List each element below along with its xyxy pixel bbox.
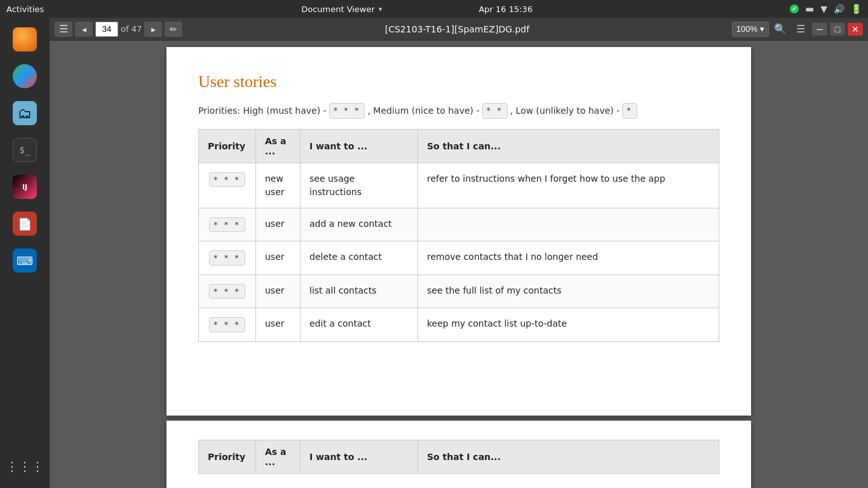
priority-badge: * * *	[209, 250, 245, 266]
window-titlebar: ☰ ◂ of 47 ▸ ✏ [CS2103-T16-1][SpamEZ]DG.p…	[50, 18, 868, 41]
low-priority-badge: *	[622, 103, 637, 119]
titlebar-center: [CS2103-T16-1][SpamEZ]DG.pdf	[186, 24, 728, 34]
col2-i-want: I want to ...	[301, 440, 418, 474]
taskbar-right: ✔ ▬ ▼ 🔊 🔋	[790, 3, 862, 15]
pdf-scroll-area[interactable]: User stories Priorities: High (must have…	[50, 41, 868, 488]
so-that-cell: refer to instructions when I forget how …	[418, 163, 719, 208]
taskbar-center: Document Viewer ▾ Apr 16 15:36	[301, 4, 532, 14]
sidebar-item-grid[interactable]: ⋮⋮⋮	[8, 450, 41, 483]
minimize-button[interactable]: ─	[812, 23, 827, 36]
edit-page-button[interactable]: ✏	[165, 22, 182, 37]
document-title: [CS2103-T16-1][SpamEZ]DG.pdf	[385, 24, 529, 34]
sidebar-item-chrome[interactable]	[8, 60, 41, 93]
priorities-description: Priorities: High (must have) - * * * , M…	[198, 103, 719, 119]
so-that-cell: keep my contact list up-to-date	[418, 308, 719, 342]
col2-as-a: As a ...	[256, 440, 301, 474]
priority-badge: * * *	[209, 217, 245, 233]
priority-badge: * * *	[209, 284, 245, 299]
vscode-icon: ⌨	[13, 248, 37, 273]
i-want-cell: delete a contact	[301, 241, 418, 275]
user-stories-table-2: Priority As a ... I want to ... So that …	[198, 440, 719, 474]
so-that-cell: see the full list of my contacts	[418, 274, 719, 308]
col-i-want: I want to ...	[301, 129, 418, 163]
taskbar-left: Activities	[6, 4, 44, 14]
sidebar-item-firefox[interactable]	[8, 23, 41, 56]
as-a-cell: user	[256, 241, 301, 275]
col-so-that: So that I can...	[418, 129, 719, 163]
zoom-level-button[interactable]: 100% ▾	[732, 22, 769, 37]
pdf-page-2: Priority As a ... I want to ... So that …	[166, 421, 751, 488]
col-priority: Priority	[199, 129, 256, 163]
sidebar-item-intellij[interactable]: IJ	[8, 170, 41, 203]
terminal-icon: $_	[13, 138, 37, 162]
sidebar-item-files[interactable]: 🗂	[8, 97, 41, 130]
as-a-cell: user	[256, 208, 301, 241]
table-row: * * *useradd a new contact	[199, 208, 719, 241]
as-a-cell: user	[256, 308, 301, 342]
battery-icon: 🔋	[851, 4, 862, 14]
sound-icon: 🔊	[834, 4, 844, 14]
medium-intro-text: , Medium (nice to have) -	[367, 104, 479, 118]
so-that-cell: remove contacts that I no longer need	[418, 241, 719, 275]
table-header-row: Priority As a ... I want to ... So that …	[199, 129, 719, 163]
user-stories-table: Priority As a ... I want to ... So that …	[198, 129, 719, 342]
zoom-dropdown-icon: ▾	[760, 24, 764, 34]
check-icon: ✔	[792, 6, 797, 12]
page-number-input[interactable]	[95, 22, 118, 37]
i-want-cell: see usage instructions	[301, 163, 418, 208]
i-want-cell: edit a contact	[301, 308, 418, 342]
low-intro-text: , Low (unlikely to have) -	[510, 104, 620, 118]
priorities-intro-text: Priorities: High (must have) -	[198, 104, 327, 118]
prev-page-button[interactable]: ◂	[75, 22, 93, 37]
datetime-label: Apr 16 15:36	[478, 4, 532, 14]
close-button[interactable]: ✕	[848, 23, 863, 36]
as-a-cell: new user	[256, 163, 301, 208]
evince-icon: 📄	[13, 212, 37, 236]
priority-badge: * * *	[209, 172, 245, 187]
priority-cell: * * *	[199, 241, 256, 275]
col2-priority: Priority	[199, 440, 256, 474]
sidebar-toggle-button[interactable]: ☰	[55, 22, 72, 37]
chrome-icon	[13, 64, 37, 88]
priority-cell: * * *	[199, 308, 256, 342]
sidebar-item-vscode[interactable]: ⌨	[8, 244, 41, 277]
table-row	[199, 474, 719, 475]
activities-bar: Activities Document Viewer ▾ Apr 16 15:3…	[0, 0, 868, 18]
col2-so-that: So that I can...	[418, 440, 719, 474]
status-indicator: ✔	[790, 4, 799, 13]
pdf-viewer-area: User stories Priorities: High (must have…	[50, 41, 868, 488]
titlebar-right: 100% ▾ 🔍 ☰ ─ □ ✕	[732, 22, 863, 37]
priority-cell: * * *	[199, 274, 256, 308]
medium-priority-badge: * *	[482, 103, 508, 119]
app-name-label: Document Viewer	[301, 4, 375, 14]
priority-cell: * * *	[199, 163, 256, 208]
zoom-level-label: 100%	[736, 24, 757, 34]
titlebar-left: ☰ ◂ of 47 ▸ ✏	[55, 22, 182, 37]
high-priority-badge: * * *	[329, 103, 365, 119]
maximize-button[interactable]: □	[830, 23, 845, 36]
sidebar-item-terminal[interactable]: $_	[8, 133, 41, 166]
priority-cell: * * *	[199, 208, 256, 241]
i-want-cell: list all contacts	[301, 274, 418, 308]
intellij-icon: IJ	[13, 175, 37, 199]
pdf-page-1: User stories Priorities: High (must have…	[166, 47, 751, 416]
col-as-a: As a ...	[256, 129, 301, 163]
note-icon: ▬	[805, 3, 814, 15]
page-title: User stories	[198, 72, 719, 92]
table-row: * * *userdelete a contactremove contacts…	[199, 241, 719, 275]
priority-badge: * * *	[209, 317, 245, 332]
table-row: * * *userlist all contactssee the full l…	[199, 274, 719, 308]
application-sidebar: 🗂 $_ IJ 📄 ⌨ ⋮⋮⋮	[0, 18, 50, 488]
activities-label[interactable]: Activities	[6, 4, 44, 14]
table-row: * * *new usersee usage instructionsrefer…	[199, 163, 719, 208]
table-header-row-2: Priority As a ... I want to ... So that …	[199, 440, 719, 474]
files-icon: 🗂	[13, 101, 37, 125]
i-want-cell: add a new contact	[301, 208, 418, 241]
next-page-button[interactable]: ▸	[144, 22, 162, 37]
network-icon: ▼	[820, 4, 827, 14]
search-button[interactable]: 🔍	[771, 22, 789, 37]
dropdown-arrow-icon[interactable]: ▾	[379, 5, 383, 13]
sidebar-item-evince[interactable]: 📄	[8, 207, 41, 240]
grid-icon: ⋮⋮⋮	[13, 454, 37, 478]
menu-button[interactable]: ☰	[792, 22, 810, 37]
